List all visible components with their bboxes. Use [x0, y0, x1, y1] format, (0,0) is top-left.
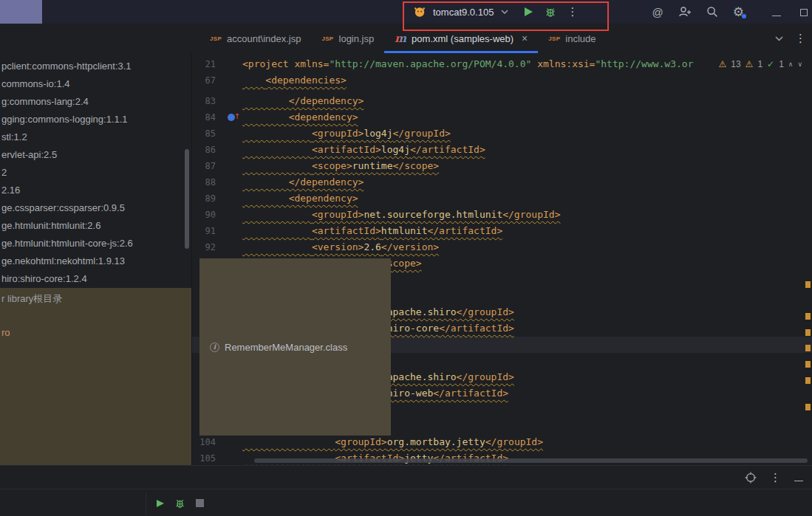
maximize-button[interactable] [800, 6, 808, 18]
next-issue-chevron-icon[interactable]: ∨ [797, 61, 802, 68]
code-text[interactable]: <groupId>org.mortbay.jetty</groupId> [242, 434, 543, 450]
rerun-button[interactable] [157, 500, 164, 507]
code-text[interactable]: <dependencies> [242, 72, 347, 89]
code-text[interactable]: <dependency> [242, 109, 358, 125]
code-text[interactable]: <project xmlns="http://maven.apache.org/… [242, 56, 694, 72]
library-item[interactable]: ervlet-api:2.5 [0, 146, 191, 164]
main-menu-button[interactable] [0, 0, 42, 24]
ok-count[interactable]: 1 [779, 59, 784, 69]
code-line-89[interactable]: 89 <dependency> [192, 190, 812, 207]
gutter[interactable] [223, 158, 242, 174]
library-child-item[interactable]: ro [0, 324, 191, 342]
warning-stripe-mark[interactable] [805, 404, 811, 410]
warning-stripe-mark[interactable] [805, 281, 811, 288]
target-icon[interactable] [745, 472, 757, 484]
horizontal-scrollbar[interactable] [254, 458, 808, 463]
debug-rerun-button[interactable] [174, 498, 185, 509]
code-line-92[interactable]: 92 <version>2.6</version> [192, 239, 812, 255]
code-line-83[interactable]: 83 </dependency> [192, 93, 812, 109]
code-text[interactable]: <dependency> [242, 190, 358, 207]
gutter[interactable] [223, 72, 242, 89]
warning-stripe-mark[interactable] [805, 329, 811, 336]
chevron-down-icon[interactable] [501, 10, 508, 14]
line-number[interactable]: 67 [192, 72, 223, 89]
library-item[interactable]: 2.16 [0, 182, 191, 199]
line-number[interactable]: 91 [192, 223, 223, 239]
line-number[interactable]: 87 [192, 158, 223, 174]
library-item[interactable]: ge.htmlunit:htmlunit-core-js:2.6 [0, 235, 191, 252]
library-item[interactable]: pclient:commons-httpclient:3.1 [0, 58, 191, 75]
settings-gear-icon[interactable]: ⚙ [733, 6, 744, 18]
gutter[interactable] [223, 93, 242, 109]
code-with-me-icon[interactable] [678, 6, 692, 18]
at-mentions-icon[interactable]: @ [652, 6, 663, 18]
bottom-kebab-icon[interactable]: ⋮ [770, 471, 781, 484]
tab-remembermemanager-class[interactable]: iRememberMeManager.class [199, 258, 391, 436]
gutter[interactable] [223, 450, 242, 465]
line-number[interactable]: 104 [192, 434, 223, 450]
code-text[interactable]: <artifactId>log4j</artifactId> [242, 142, 485, 158]
more-actions-kebab-icon[interactable]: ⋮ [567, 5, 578, 18]
line-number[interactable]: 88 [192, 174, 223, 190]
library-item[interactable]: gging:commons-logging:1.1.1 [0, 111, 191, 128]
library-item[interactable]: g:commons-lang:2.4 [0, 93, 191, 111]
code-line-105[interactable]: 105 <artifactId>jetty</artifactId> [192, 450, 812, 465]
code-line-90[interactable]: 90 <groupId>net.sourceforge.htmlunit</gr… [192, 207, 812, 223]
code-text[interactable]: <groupId>net.sourceforge.htmlunit</group… [242, 207, 561, 223]
library-item[interactable]: ge.nekohtml:nekohtml:1.9.13 [0, 252, 191, 270]
code-text[interactable]: <artifactId>jetty</artifactId> [242, 450, 508, 465]
gutter[interactable] [223, 56, 242, 72]
code-line-91[interactable]: 91 <artifactId>htmlunit</artifactId> [192, 223, 812, 239]
tab-options-kebab-icon[interactable]: ⋮ [795, 32, 806, 45]
warning-count[interactable]: 13 [731, 59, 740, 69]
line-number[interactable]: 105 [192, 450, 223, 465]
code-line-104[interactable]: 104 <groupId>org.mortbay.jetty</groupId> [192, 434, 812, 450]
debug-button[interactable] [545, 6, 556, 18]
hidden-tabs-chevron-icon[interactable] [775, 36, 783, 41]
run-config-selector[interactable]: tomcat9.0.105 [433, 7, 494, 18]
search-icon[interactable] [706, 6, 718, 18]
line-number[interactable]: 89 [192, 190, 223, 207]
code-line-67[interactable]: 67 <dependencies> [192, 72, 812, 89]
code-text[interactable]: </dependency> [242, 93, 364, 109]
hide-bar-icon[interactable] [794, 471, 803, 484]
close-icon[interactable]: × [522, 32, 528, 44]
gutter[interactable]: ↑ [223, 109, 242, 125]
library-item[interactable]: 2 [0, 164, 191, 182]
gutter-icon[interactable]: ↑ [228, 112, 236, 121]
run-configuration-widget[interactable]: tomcat9.0.105 ⋮ [414, 0, 578, 24]
gutter[interactable] [223, 142, 242, 158]
gutter[interactable] [223, 190, 242, 207]
library-root-item[interactable]: r library根目录 [0, 290, 191, 308]
warning-stripe-mark[interactable] [805, 345, 811, 351]
gutter[interactable] [223, 174, 242, 190]
library-item[interactable]: hiro:shiro-core:1.2.4 [0, 270, 191, 288]
line-number[interactable]: 85 [192, 125, 223, 142]
line-number[interactable]: 84 [192, 109, 223, 125]
code-text[interactable]: </dependency> [242, 174, 364, 190]
library-item[interactable]: ge.cssparser:cssparser:0.9.5 [0, 199, 191, 217]
code-text[interactable]: <scope>runtime</scope> [242, 158, 439, 174]
warning-stripe-mark[interactable] [805, 377, 811, 384]
gutter[interactable] [223, 239, 242, 255]
code-text[interactable]: <artifactId>htmlunit</artifactId> [242, 223, 502, 239]
line-number[interactable]: 92 [192, 239, 223, 255]
code-line-86[interactable]: 86 <artifactId>log4j</artifactId> [192, 142, 812, 158]
code-text[interactable]: <version>2.6</version> [242, 239, 439, 255]
stop-button[interactable] [196, 499, 204, 507]
code-text[interactable]: <groupId>log4j</groupId> [242, 125, 451, 142]
tab-include[interactable]: JSPinclude [538, 24, 606, 53]
gutter[interactable] [223, 223, 242, 239]
line-number[interactable]: 21 [192, 56, 223, 72]
code-line-88[interactable]: 88 </dependency> [192, 174, 812, 190]
minimize-button[interactable] [772, 6, 781, 18]
weak-warning-count[interactable]: 1 [757, 59, 762, 69]
tab-pom-xml-samples-web[interactable]: mpom.xml (samples-web)× [384, 24, 538, 53]
warning-stripe-mark[interactable] [805, 361, 811, 368]
code-line-85[interactable]: 85 <groupId>log4j</groupId> [192, 125, 812, 142]
code-line-87[interactable]: 87 <scope>runtime</scope> [192, 158, 812, 174]
line-number[interactable]: 83 [192, 93, 223, 109]
tab-login-jsp[interactable]: JSPlogin.jsp [311, 24, 384, 53]
gutter[interactable] [223, 125, 242, 142]
gutter[interactable] [223, 434, 242, 450]
